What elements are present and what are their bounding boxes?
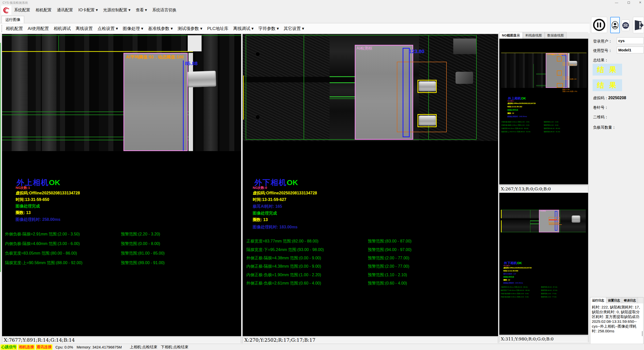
ai-threshold-overlay-text: AI平均阈值:93，动态阈值:100 <box>126 54 184 60</box>
restore-button[interactable] <box>624 0 633 5</box>
menu-item-comm-config[interactable]: 通讯配置 <box>57 8 73 13</box>
pause-button[interactable] <box>591 17 607 33</box>
defect-box-mini <box>549 220 560 223</box>
toolbar-test-item-params[interactable]: 测试项参数 ▾ <box>178 26 202 31</box>
tab-error-log[interactable]: 错误日志 <box>622 297 638 303</box>
measurement-row: 外侧正极-隔膜=4.38mm 范围:(0.00 - 9.00) 预警范围:(2.… <box>246 256 483 261</box>
thumb1-time: 时间:13-31-59-182 <box>507 106 522 108</box>
login-user-field[interactable]: cys <box>617 37 644 44</box>
tab-settings-log[interactable]: 设置日志 <box>606 297 622 303</box>
tab-data-curve[interactable]: 数据曲线图 <box>545 32 567 39</box>
close-button[interactable]: × <box>636 0 644 5</box>
menu-item-io-card-config[interactable]: IO卡配置 ▾ <box>78 8 98 13</box>
orange-mark-mini <box>549 223 559 224</box>
menu-item-view[interactable]: 查看 ▾ <box>136 8 147 13</box>
ng-thumb1-coord-bar: X:267;Y:13;R:0;G:0;B:0 <box>499 186 588 192</box>
camera-left-coord-bar: X:7677;Y:891;R:14;G:14;B:14 <box>2 337 241 343</box>
toolbar-plc-address-lib[interactable]: PLC地址库 <box>207 26 228 31</box>
measurement-row: 外侧正极-负极=2.61mm 范围:(0.60 - 4.00) 预警范围:(0.… <box>246 281 483 286</box>
toolbar-spot-check-setting[interactable]: 点检设置 ▾ <box>98 26 118 31</box>
thumb-measure-warn: 预警范围:(94.00 - 97.00) <box>541 289 557 292</box>
thumb-measure-row: 隔膜宽度-下=95.40mm 范围:(93.00 - 98.00) 预警范围:(… <box>501 289 530 292</box>
yellow-tab-box <box>417 114 437 127</box>
virtual-code-label: 虚拟码： <box>593 96 608 100</box>
menu-item-light-control-config[interactable]: 光源控制配置 ▾ <box>103 8 130 13</box>
login-user-value: cys <box>618 39 625 43</box>
green-guide-line <box>560 210 560 232</box>
measurement-row: 内侧正极-隔膜=4.38mm 范围:(0.00 - 9.00) 预警范围:(2.… <box>246 264 483 269</box>
thumb2-result: OK <box>517 261 522 265</box>
ng-thumbnail-upper[interactable]: AI平均阈值:93，动态阈值:100 85.88 面积:1.228 宽度:1.7… <box>499 39 588 185</box>
measurement-row: 内侧正极-负极=1.90mm 范围:(1.00 - 2.20) 预警范围:(1.… <box>246 272 483 278</box>
camera-mid-coord-bar: X:270;Y:2502;R:17;G:17;B:17 <box>243 337 498 343</box>
needle-label: 卷针号： <box>593 105 608 110</box>
metal-tab-blob <box>187 71 216 87</box>
process-done-text: 图像处理完成 <box>16 204 40 209</box>
defect-box-mini <box>556 217 560 220</box>
right-sidebar: 登录用户： cys 使用型号： Model1 总结果： 结 果 结 果 虚拟码：… <box>590 5 644 344</box>
logout-button[interactable] <box>633 17 644 33</box>
measurement-warn: 预警范围:(81.00 - 85.00) <box>121 251 165 256</box>
machine-texture-left <box>243 34 330 141</box>
tab-count-label: 负极耳数量： <box>593 125 616 130</box>
camera-mid-image[interactable]: AI检测框 123.80 <box>243 34 498 141</box>
lower-camera-status-text: 下相机:点检结束 <box>161 345 188 349</box>
ng-thumbnail-lower[interactable]: AI检测框 外下相机OK NG次数:0 虚拟码:Offline202502081… <box>499 193 588 335</box>
metal-tab-blob <box>419 116 436 126</box>
toolbar-other-settings[interactable]: 其它设置 ▾ <box>284 26 304 31</box>
measurement-text: 内侧正极-隔膜=4.38mm 范围:(0.00 - 9.00) <box>246 264 321 268</box>
thumb-measure-warn: 预警范围:(0.00 - 8.00) <box>544 124 558 126</box>
coord-readout: X:270;Y:2502;R:17;G:17;B:17 <box>244 337 315 343</box>
thumb-measure-text: 外侧正极-隔膜=3.05mm 范围:(0.00 - 9.00) <box>501 293 529 294</box>
log-content[interactable]: 耗时: 222, 缺陷检测耗时: 17, 缺陷分类耗时: 0, 缺陷提取分区耗时… <box>590 303 643 344</box>
thumb1-result: OK <box>521 96 526 100</box>
model-field[interactable]: Model1 <box>617 47 644 53</box>
users-group-icon <box>622 22 629 29</box>
ng-count-text: NG次数:0 <box>253 186 267 190</box>
defect-label: 宽度:1.221 高度:1.751 <box>562 90 577 93</box>
camera-mid-panel: AI检测框 123.80 外下相机OK NG次数:0 虚拟码:Offline20… <box>243 34 498 336</box>
ng-tab-bar: NG截图显示 料线曲线图 数据曲线图 <box>499 32 588 39</box>
toolbar-char-params[interactable]: 字符参数 ▾ <box>258 26 279 31</box>
electrode-region-box <box>123 53 188 151</box>
toolbar-offline-debug[interactable]: 离线调试 ▾ <box>233 26 253 31</box>
tab-run-image[interactable]: 运行图像 <box>2 16 24 23</box>
measurement-row: 正极宽度=83.77mm 范围:(82.00 - 88.00) 预警范围:(83… <box>246 239 483 244</box>
measurement-text: 外侧负极-隔膜=2.91mm 范围:(2.00 - 3.50) <box>5 232 80 236</box>
toolbar-ai-use-config[interactable]: AI使用配置 <box>28 26 49 31</box>
menu-item-system-config[interactable]: 系统配置 <box>14 8 30 13</box>
camera-left-image[interactable]: AI平均阈值:93，动态阈值:100 85.88 <box>2 34 241 151</box>
defect-box-mini <box>557 71 562 76</box>
green-border-line <box>476 35 477 139</box>
blue-measure-line <box>183 60 184 151</box>
heartbeat-badge: 心跳信号 <box>1 344 17 350</box>
measurement-row: 外侧负极-隔膜=2.91mm 范围:(2.00 - 3.50) 预警范围:(2.… <box>5 232 242 237</box>
toolbar-camera-config[interactable]: 相机配置 <box>6 26 23 31</box>
toolbar-offline-setting[interactable]: 离线设置 <box>76 26 93 31</box>
toolbar-camera-debug[interactable]: 相机调试 <box>54 26 71 31</box>
tab-ng-screenshot[interactable]: NG截图显示 <box>499 32 523 39</box>
measurement-text: 负极宽度=83.05mm 范围:(80.00 - 86.00) <box>5 251 77 255</box>
toolbar-baseline-params[interactable]: 基准线参数 ▾ <box>148 26 173 31</box>
tab-line-curve[interactable]: 料线曲线图 <box>523 32 545 39</box>
user-button[interactable] <box>610 17 620 33</box>
width-value-overlay: 123.80 <box>409 49 424 54</box>
log-scrollbar[interactable] <box>642 331 642 336</box>
green-guide-line <box>304 35 304 139</box>
tab-ai-time-text: 极耳AI耗时: 165 <box>253 204 282 209</box>
defect-box-mini <box>557 83 563 88</box>
users-button[interactable] <box>622 20 629 31</box>
thumb-measure-row: 隔膜宽度-上=90.57mm 范围:(88.00 - 92.00) 预警范围:(… <box>501 131 530 133</box>
width-value-mini: 85.88 <box>562 54 566 56</box>
thumb-measure-warn: 预警范围:(2.20 - 3.20) <box>544 121 558 123</box>
toolbar-image-processing[interactable]: 图像处理 ▾ <box>123 26 143 31</box>
menu-item-language-switch[interactable]: 系统语言切换 <box>152 8 176 13</box>
log-tab-bar: 运行日志 设置日志 错误日志 <box>590 297 643 303</box>
menu-item-camera-config[interactable]: 相机配置 <box>36 8 52 13</box>
window-title: CYS-视觉检测系统 <box>3 1 28 5</box>
measurement-warn: 预警范围:(0.00 - 8.00) <box>121 241 160 247</box>
minimize-button[interactable]: — <box>612 0 621 5</box>
measurement-text: 内侧正极-负极=1.90mm 范围:(1.00 - 2.20) <box>246 273 321 277</box>
tab-run-log[interactable]: 运行日志 <box>590 297 606 303</box>
measurement-warn: 预警范围:(94.00 - 97.00) <box>368 247 411 253</box>
